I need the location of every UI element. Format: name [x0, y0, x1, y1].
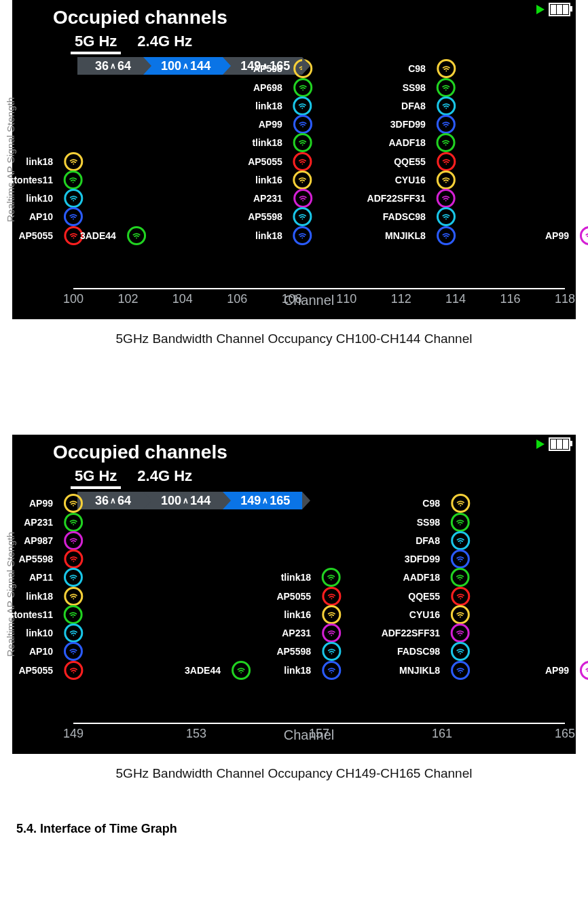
range-tab-100-144[interactable]: 100∧144 — [143, 57, 223, 75]
wifi-icon — [64, 494, 83, 513]
x-tick: 112 — [391, 292, 411, 306]
ap-point[interactable]: 3DFD99 — [390, 115, 446, 134]
ap-label: ADF22SFF31 — [367, 193, 427, 204]
wifi-icon — [64, 189, 83, 208]
x-axis-2: 149153157161165 — [73, 723, 565, 724]
ap-point[interactable]: ADF22SFF31 — [367, 189, 446, 208]
ap-point[interactable]: 3DFD99 — [405, 549, 460, 568]
ap-point[interactable]: SS98 — [403, 78, 446, 97]
ap-point[interactable]: AADF18 — [388, 133, 445, 152]
ap-point[interactable]: link16 — [255, 170, 303, 189]
ap-point[interactable]: AP5598 — [18, 549, 73, 568]
ap-point[interactable]: AP231 — [24, 513, 73, 532]
ap-point[interactable]: ADF22SFF31 — [382, 623, 460, 643]
ap-point[interactable]: link18 — [284, 661, 331, 680]
ap-point[interactable]: FADSC98 — [383, 207, 446, 226]
ap-point[interactable]: link10 — [26, 623, 73, 643]
ap-label: CYU16 — [395, 175, 427, 185]
range-tab-36-64[interactable]: 36∧64 — [77, 57, 143, 75]
ap-point[interactable]: AP99 — [259, 115, 303, 134]
ap-point[interactable]: DFA8 — [401, 96, 446, 115]
ap-point[interactable]: QQE55 — [394, 152, 446, 171]
ap-label: AP99 — [545, 665, 570, 676]
x-tick: 116 — [500, 292, 521, 306]
band-tab-24ghz[interactable]: 2.4G Hz — [133, 467, 196, 489]
wifi-icon — [232, 661, 251, 680]
wifi-icon — [580, 661, 588, 680]
ap-point[interactable]: stontes11 — [9, 170, 73, 189]
ap-point[interactable]: link18 — [26, 152, 73, 171]
ap-point[interactable]: AP11 — [29, 568, 73, 587]
svg-point-10 — [302, 145, 304, 146]
ap-point[interactable]: link18 — [26, 587, 73, 606]
ap-point[interactable]: link10 — [26, 189, 73, 208]
ap-label: AADF18 — [388, 137, 426, 148]
ap-point[interactable]: AP10 — [29, 642, 73, 661]
ap-point[interactable]: AP99 — [545, 661, 588, 680]
svg-point-22 — [445, 181, 447, 183]
svg-point-48 — [460, 579, 461, 581]
ap-point[interactable]: MNJIKL8 — [399, 661, 460, 680]
ap-point[interactable]: FADSC98 — [397, 642, 460, 661]
ap-point[interactable]: 3ADE44 — [80, 226, 136, 245]
ap-point[interactable]: C98 — [408, 59, 446, 78]
ap-point[interactable]: tlink18 — [281, 568, 331, 587]
svg-point-36 — [73, 672, 74, 673]
ap-point[interactable]: C98 — [422, 494, 460, 513]
ap-point[interactable]: tlink18 — [252, 133, 302, 152]
ap-point[interactable]: AP5055 — [18, 661, 73, 680]
ap-label: AP231 — [282, 628, 312, 638]
ap-label: AP5598 — [276, 646, 312, 657]
band-tab-24ghz[interactable]: 2.4G Hz — [133, 33, 196, 54]
ap-label: QQE55 — [394, 156, 427, 167]
status-bar — [536, 3, 570, 16]
ap-point[interactable]: AP698 — [253, 78, 303, 97]
svg-point-38 — [331, 579, 332, 581]
ap-point[interactable]: DFA8 — [416, 531, 460, 550]
status-bar — [536, 437, 570, 451]
svg-point-47 — [460, 561, 461, 562]
caption-2: 5GHz Bandwidth Channel Occupancy CH149-C… — [0, 766, 588, 781]
wifi-icon — [64, 605, 83, 624]
ap-label: stontes11 — [9, 175, 54, 185]
ap-point[interactable]: AP5055 — [18, 226, 73, 245]
ap-point[interactable]: AP99 — [545, 226, 588, 245]
ap-label: link16 — [284, 609, 312, 620]
ap-point[interactable]: AP231 — [282, 623, 331, 643]
svg-point-11 — [302, 163, 304, 164]
ap-point[interactable]: CYU16 — [395, 170, 446, 189]
ap-point[interactable]: link18 — [255, 96, 303, 115]
wifi-icon — [451, 494, 470, 513]
band-tab-5ghz[interactable]: 5G Hz — [71, 33, 121, 54]
wifi-icon — [437, 170, 456, 189]
ap-point[interactable]: link18 — [255, 226, 303, 245]
ap-point[interactable]: CYU16 — [409, 605, 460, 624]
ap-point[interactable]: AP5598 — [276, 642, 331, 661]
ap-point[interactable]: AP5055 — [248, 152, 303, 171]
wifi-icon — [322, 605, 341, 624]
ap-point[interactable]: QQE55 — [408, 587, 460, 606]
ap-point[interactable]: stontes11 — [9, 605, 73, 624]
band-tab-5ghz[interactable]: 5G Hz — [71, 467, 121, 489]
range-tab-149-165[interactable]: 149∧165 — [223, 492, 302, 509]
ap-point[interactable]: AP987 — [24, 531, 73, 550]
ap-point[interactable]: AP10 — [29, 207, 73, 226]
ap-point[interactable]: MNJIKL8 — [385, 226, 446, 245]
range-tab-36-64[interactable]: 36∧64 — [77, 492, 143, 509]
ap-point[interactable]: AP5055 — [276, 587, 331, 606]
app-title: Occupied channels — [53, 7, 227, 29]
caption-1: 5GHz Bandwidth Channel Occupancy CH100-C… — [0, 331, 588, 346]
wifi-icon — [64, 207, 83, 226]
ap-point[interactable]: AP598 — [253, 59, 303, 78]
ap-point[interactable]: 3ADE44 — [185, 661, 241, 680]
ap-point[interactable]: link16 — [284, 605, 331, 624]
ap-point[interactable]: AP99 — [29, 494, 73, 513]
ap-point[interactable]: SS98 — [417, 513, 460, 532]
x-axis-label: Channel — [284, 293, 335, 308]
ap-point[interactable]: AP5598 — [248, 207, 303, 226]
range-tab-100-144[interactable]: 100∧144 — [143, 492, 223, 509]
svg-point-8 — [302, 107, 304, 109]
ap-label: MNJIKL8 — [385, 230, 427, 241]
ap-point[interactable]: AADF18 — [403, 568, 460, 587]
ap-point[interactable]: AP231 — [253, 189, 303, 208]
